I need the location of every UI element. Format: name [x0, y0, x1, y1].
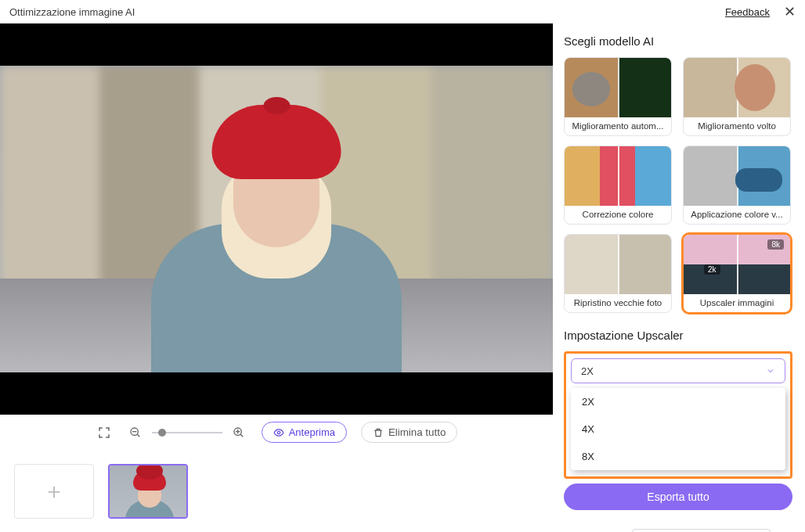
feedback-link[interactable]: Feedback: [725, 6, 770, 18]
upscaler-heading: Impostazione Upscaler: [564, 329, 792, 342]
upscale-factor-select[interactable]: 2X: [571, 358, 785, 383]
trash-icon: [373, 427, 384, 438]
model-label: Ripristino vecchie foto: [565, 294, 671, 312]
upscaler-settings-highlight: 2X 2X 4X 8X: [564, 351, 792, 479]
preview-controls: Anteprima Elimina tutto: [0, 415, 553, 442]
model-color-apply[interactable]: Applicazione colore v...: [683, 146, 791, 225]
svg-line-6: [240, 434, 243, 437]
eye-icon: [273, 427, 284, 438]
close-icon[interactable]: ✕: [784, 5, 796, 19]
chevron-down-icon: [766, 366, 775, 376]
model-label: Miglioramento volto: [684, 117, 790, 135]
image-thumbnail[interactable]: [108, 464, 188, 519]
upscale-factor-value: 2X: [581, 365, 594, 377]
model-label: Upscaler immagini: [684, 294, 790, 312]
model-color-correction[interactable]: Correzione colore: [564, 146, 672, 225]
model-label: Correzione colore: [565, 206, 671, 224]
upscale-option-4x[interactable]: 4X: [571, 415, 785, 443]
delete-all-button[interactable]: Elimina tutto: [361, 422, 457, 443]
upscale-factor-dropdown: 2X 4X 8X: [571, 388, 785, 470]
upscale-option-8x[interactable]: 8X: [571, 443, 785, 470]
svg-point-7: [277, 431, 280, 434]
export-all-button[interactable]: Esporta tutto: [564, 483, 792, 510]
plus-icon: ＋: [43, 476, 65, 506]
add-image-button[interactable]: ＋: [14, 464, 94, 519]
zoom-in-icon[interactable]: [230, 424, 247, 441]
model-label: Miglioramento autom...: [565, 117, 671, 135]
preview-button[interactable]: Anteprima: [262, 422, 347, 443]
delete-all-label: Elimina tutto: [388, 426, 446, 438]
upscale-tag-2k: 2k: [704, 264, 720, 275]
file-location-select[interactable]: D:\Wondershare UniCon: [632, 529, 771, 532]
model-upscaler[interactable]: 8k 2k Upscaler immagini: [683, 234, 791, 313]
model-label: Applicazione colore v...: [684, 206, 790, 224]
fit-screen-icon[interactable]: [96, 424, 113, 441]
window-title: Ottimizzazione immagine AI: [9, 6, 135, 18]
preview-image: [0, 66, 553, 372]
preview-stage: [0, 23, 553, 415]
zoom-slider[interactable]: [152, 432, 222, 433]
upscale-option-2x[interactable]: 2X: [571, 388, 785, 415]
model-face-enhance[interactable]: Miglioramento volto: [683, 57, 791, 136]
preview-button-label: Anteprima: [289, 426, 335, 438]
upscale-tag-8k: 8k: [767, 239, 784, 250]
svg-line-2: [137, 434, 139, 437]
model-old-photo-restore[interactable]: Ripristino vecchie foto: [564, 234, 672, 313]
models-heading: Scegli modello AI: [564, 34, 792, 48]
zoom-out-icon[interactable]: [127, 424, 144, 441]
model-auto-enhance[interactable]: Miglioramento autom...: [564, 57, 672, 136]
